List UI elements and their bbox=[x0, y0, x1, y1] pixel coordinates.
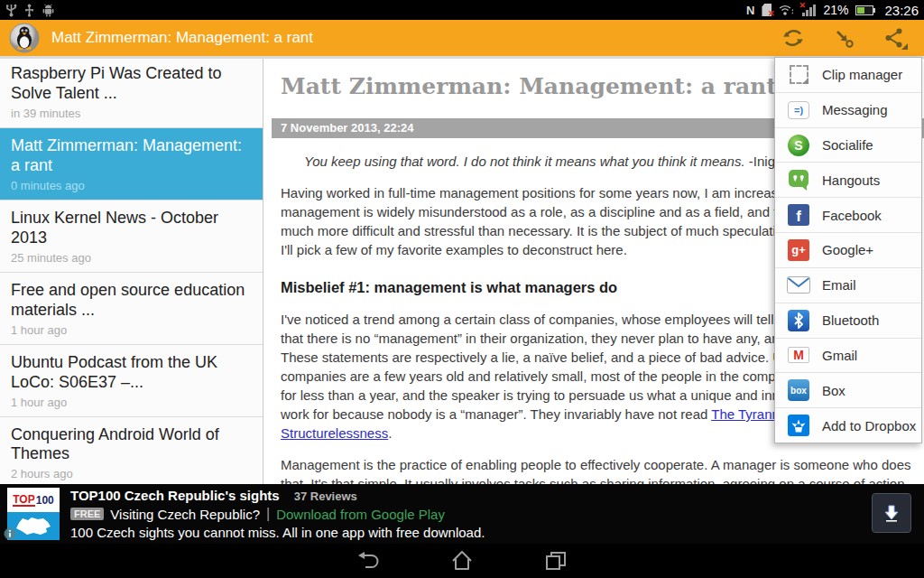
share-option-label: Google+ bbox=[822, 242, 873, 257]
quote-text: You keep using that word. I do not think… bbox=[304, 154, 745, 169]
android-icon bbox=[42, 4, 55, 17]
nfc-icon: N bbox=[746, 4, 754, 17]
status-bar: N ✕ ✕ 21% 23:26 bbox=[0, 0, 924, 20]
googleplus-icon: g+ bbox=[787, 238, 810, 262]
ad-reviews: 37 Reviews bbox=[294, 489, 357, 503]
ad-question: Visiting Czech Republic? bbox=[110, 507, 260, 522]
list-item-time: 0 minutes ago bbox=[11, 179, 252, 192]
share-overflow-indicator bbox=[901, 43, 908, 50]
list-item-title: Raspberry Pi Was Created to Solve Talent… bbox=[11, 64, 252, 104]
clip-manager-icon bbox=[787, 63, 810, 87]
share-option-gmail[interactable]: M Gmail bbox=[775, 338, 921, 373]
ad-separator: | bbox=[266, 506, 270, 522]
share-option-facebook[interactable]: f Facebook bbox=[775, 197, 921, 232]
list-item[interactable]: Conquering Android World of Themes 2 hou… bbox=[0, 417, 263, 489]
usb-debugging-icon bbox=[5, 4, 17, 17]
list-item-time: 25 minutes ago bbox=[11, 251, 252, 265]
dropbox-icon bbox=[787, 414, 810, 437]
gmail-icon: M bbox=[787, 343, 810, 367]
share-option-label: Socialife bbox=[822, 137, 873, 153]
ad-free-badge: FREE bbox=[70, 508, 104, 520]
open-in-browser-button[interactable] bbox=[830, 24, 857, 51]
share-option-bluetooth[interactable]: Bluetooth bbox=[775, 303, 921, 338]
navigation-bar bbox=[0, 544, 924, 578]
app-bar-title: Matt Zimmerman: Management: a rant bbox=[51, 29, 313, 47]
list-item-time: 1 hour ago bbox=[11, 323, 252, 337]
tux-logo bbox=[9, 23, 40, 53]
list-item-time: in 39 minutes bbox=[11, 107, 252, 120]
list-item-time: 1 hour ago bbox=[11, 396, 252, 409]
battery-icon bbox=[855, 5, 873, 15]
ad-app-icon[interactable]: TOP100 bbox=[7, 488, 60, 540]
share-button[interactable] bbox=[881, 24, 908, 51]
clock: 23:26 bbox=[881, 3, 919, 18]
list-item[interactable]: Ubuntu Podcast from the UK LoCo: S06E37 … bbox=[0, 345, 263, 417]
share-option-socialife[interactable]: S Socialife bbox=[775, 127, 921, 163]
list-item-time: 2 hours ago bbox=[11, 467, 252, 480]
list-item-title: Ubuntu Podcast from the UK LoCo: S06E37 … bbox=[11, 353, 252, 393]
share-option-email[interactable]: Email bbox=[775, 267, 921, 303]
data-transfer-icon bbox=[779, 4, 795, 17]
ad-title: TOP100 Czech Republic's sights bbox=[70, 488, 280, 503]
usb-connected-icon bbox=[24, 4, 34, 17]
battery-percent: 21% bbox=[823, 3, 848, 17]
share-option-hangouts[interactable]: Hangouts bbox=[775, 162, 921, 197]
ad-description: 100 Czech sights you cannot miss. All in… bbox=[70, 525, 485, 540]
ad-banner[interactable]: TOP100 TOP100 Czech Republic's sights 37… bbox=[0, 484, 924, 544]
list-item-title: Conquering Android World of Themes bbox=[11, 425, 252, 465]
list-item-title: Linux Kernel News - October 2013 bbox=[11, 209, 252, 248]
ad-info-icon[interactable] bbox=[4, 527, 16, 544]
share-option-googleplus[interactable]: g+ Google+ bbox=[775, 232, 921, 267]
list-item-title: Matt Zimmerman: Management: a rant bbox=[11, 136, 252, 176]
refresh-button[interactable] bbox=[780, 24, 807, 51]
email-icon bbox=[787, 274, 810, 297]
ad-icon-text: TOP bbox=[13, 494, 34, 507]
box-icon: box bbox=[787, 378, 810, 402]
list-item-title: Free and open source education materials… bbox=[11, 281, 252, 321]
share-option-label: Clip manager bbox=[822, 67, 902, 82]
back-button[interactable] bbox=[355, 547, 382, 574]
screen: N ✕ ✕ 21% 23:26 bbox=[0, 0, 924, 578]
list-item[interactable]: Raspberry Pi Was Created to Solve Talent… bbox=[0, 56, 263, 128]
socialife-icon: S bbox=[787, 134, 810, 157]
ad-download-button[interactable] bbox=[872, 493, 911, 533]
ad-icon-text: 100 bbox=[36, 495, 54, 506]
share-option-clip-manager[interactable]: Clip manager bbox=[775, 58, 921, 92]
share-option-label: Email bbox=[822, 277, 856, 293]
list-item[interactable]: Linux Kernel News - October 2013 25 minu… bbox=[0, 200, 263, 273]
signal-error-icon: ✕ bbox=[802, 4, 816, 16]
share-option-label: Gmail bbox=[822, 348, 857, 363]
share-option-box[interactable]: box Box bbox=[775, 372, 921, 407]
bluetooth-icon bbox=[787, 309, 810, 332]
share-option-messaging[interactable]: =) Messaging bbox=[775, 92, 921, 127]
messaging-icon: =) bbox=[787, 98, 810, 122]
share-menu: Clip manager =) Messaging S Socialife Ha… bbox=[774, 57, 922, 443]
share-option-dropbox[interactable]: Add to Dropbox bbox=[775, 407, 921, 443]
app-bar: Matt Zimmerman: Management: a rant bbox=[0, 20, 924, 56]
share-option-label: Add to Dropbox bbox=[822, 418, 916, 434]
ad-cta-link[interactable]: Download from Google Play bbox=[276, 507, 445, 522]
share-option-label: Box bbox=[822, 383, 845, 398]
facebook-icon: f bbox=[787, 203, 810, 227]
share-option-label: Facebook bbox=[822, 208, 882, 223]
share-option-label: Bluetooth bbox=[822, 312, 879, 328]
hangouts-icon bbox=[787, 168, 810, 191]
list-item[interactable]: Free and open source education materials… bbox=[0, 273, 263, 345]
share-option-label: Messaging bbox=[822, 102, 888, 117]
sim-error-icon: ✕ bbox=[762, 4, 772, 16]
paragraph-text: . bbox=[388, 425, 392, 441]
home-button[interactable] bbox=[448, 547, 476, 574]
list-item-selected[interactable]: Matt Zimmerman: Management: a rant 0 min… bbox=[0, 128, 263, 200]
recent-apps-button[interactable] bbox=[542, 547, 569, 574]
share-option-label: Hangouts bbox=[822, 172, 880, 188]
